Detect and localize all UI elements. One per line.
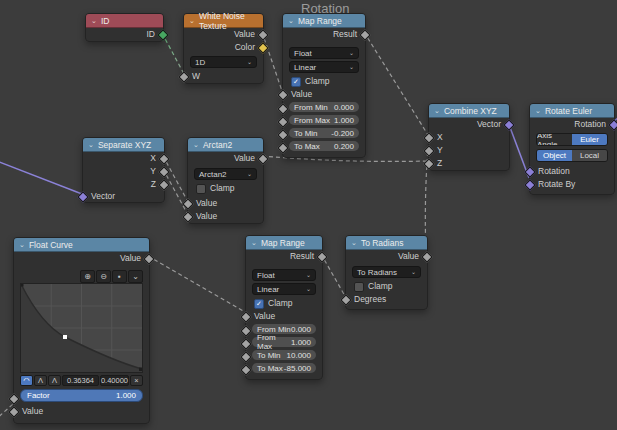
local-button[interactable]: Local (572, 150, 607, 161)
dimensions-dropdown[interactable]: 1D ⌄ (190, 56, 257, 68)
from-max-field[interactable]: From Max 1.000 (289, 115, 359, 125)
from-max-field[interactable]: From Max 1.000 (252, 337, 316, 347)
data-type-dropdown[interactable]: Float ⌄ (252, 269, 316, 281)
node-title: Map Range (298, 16, 342, 26)
object-button[interactable]: Object (537, 150, 572, 161)
to-max-row: To Max -85.000 (246, 363, 322, 375)
to-max-field[interactable]: To Max 0.200 (289, 141, 359, 151)
output-row-y: Y (83, 165, 164, 178)
collapse-icon[interactable]: ⌄ (288, 17, 294, 24)
collapse-icon[interactable]: ⌄ (91, 17, 97, 24)
zoom-out-icon[interactable]: ⊖ (96, 270, 111, 283)
input-row-value2: Value (188, 210, 263, 223)
curve-point-selected[interactable] (63, 335, 67, 339)
operation-dropdown[interactable]: To Radians ⌄ (352, 266, 421, 278)
axis-angle-button[interactable]: Axis Angle (537, 134, 572, 145)
node-arctan2[interactable]: ⌄ Arctan2 Value Arctan2 ⌄ Clamp Value Va… (187, 137, 264, 224)
operation-dropdown[interactable]: Arctan2 ⌄ (194, 168, 257, 180)
from-min-row: From Min 0.000 (283, 102, 365, 114)
node-to-radians[interactable]: ⌄ To Radians Value To Radians ⌄ Clamp De… (345, 235, 428, 310)
input-row-degrees: Degrees (346, 293, 427, 306)
input-row-w: W (184, 70, 263, 83)
euler-button[interactable]: Euler (572, 134, 607, 145)
node-float-curve[interactable]: ⌄ Float Curve Value ⊕ ⊖ ▪ ⌄ ◠ Λ Λ 0.3636… (13, 237, 150, 424)
curve-editor[interactable] (20, 283, 143, 373)
node-float-curve-header[interactable]: ⌄ Float Curve (14, 238, 149, 252)
curve-endpoint-start[interactable] (21, 284, 24, 287)
node-title: Float Curve (29, 240, 73, 250)
handle-vector-icon[interactable]: Λ (34, 375, 47, 386)
curve-toolbar: ⊕ ⊖ ▪ ⌄ (20, 270, 143, 281)
output-row-result: Result (283, 28, 365, 41)
node-white-noise-header[interactable]: ⌄ White Noise Texture (184, 14, 263, 28)
handle-auto-icon[interactable]: Λ (48, 375, 61, 386)
collapse-icon[interactable]: ⌄ (19, 241, 25, 248)
chevron-down-icon: ⌄ (306, 272, 311, 278)
node-title: ID (101, 16, 110, 26)
node-to-radians-header[interactable]: ⌄ To Radians (346, 236, 427, 250)
from-max-row: From Max 1.000 (283, 115, 365, 127)
to-max-field[interactable]: To Max -85.000 (252, 363, 316, 373)
node-white-noise-texture[interactable]: ⌄ White Noise Texture Value Color 1D ⌄ W (183, 13, 264, 84)
wire-maprange-result-to-toradians-degrees (321, 254, 345, 296)
node-combine-xyz[interactable]: ⌄ Combine XYZ Vector X Y Z (428, 103, 510, 171)
input-row-z: Z (429, 157, 509, 170)
node-map-range-rotation[interactable]: ⌄ Map Range Result Float ⌄ Linear ⌄ ✓ Cl… (282, 13, 366, 158)
to-min-field[interactable]: To Min -0.200 (289, 128, 359, 138)
interpolation-dropdown[interactable]: Linear ⌄ (289, 61, 359, 73)
node-rotate-euler-header[interactable]: ⌄ Rotate Euler (530, 104, 614, 118)
chevron-down-icon: ⌄ (411, 269, 416, 275)
clamp-row: Clamp (188, 182, 263, 195)
chevron-down-icon: ⌄ (247, 59, 252, 65)
delete-point-icon[interactable]: × (130, 375, 143, 386)
curve-point-controls: ◠ Λ Λ 0.36364 0.40000 × (20, 375, 143, 386)
node-id[interactable]: ⌄ ID ID (85, 13, 164, 42)
clamp-checkbox[interactable]: ✓ (254, 299, 264, 309)
wire-maprange-result-to-combine-x (364, 32, 428, 135)
collapse-icon[interactable]: ⌄ (88, 141, 94, 148)
socket-rotation-output[interactable] (608, 119, 617, 130)
chevron-down-icon: ⌄ (247, 171, 252, 177)
chevron-down-icon: ⌄ (349, 64, 354, 70)
handle-smooth-icon[interactable]: ◠ (20, 375, 33, 386)
node-id-header[interactable]: ⌄ ID (86, 14, 163, 28)
collapse-icon[interactable]: ⌄ (535, 107, 541, 114)
curve-more-icon[interactable]: ⌄ (128, 270, 143, 283)
curve-options-icon[interactable]: ▪ (112, 270, 127, 283)
clamp-row: ✓ Clamp (246, 297, 322, 310)
collapse-icon[interactable]: ⌄ (193, 141, 199, 148)
clamp-row: Clamp (346, 280, 427, 293)
node-rotate-euler[interactable]: ⌄ Rotate Euler Rotation Axis Angle Euler… (529, 103, 615, 195)
node-map-range-header[interactable]: ⌄ Map Range (283, 14, 365, 28)
collapse-icon[interactable]: ⌄ (189, 17, 195, 24)
wire-whitenoise-value-to-maprange-value (262, 32, 282, 91)
node-combine-xyz-header[interactable]: ⌄ Combine XYZ (429, 104, 509, 118)
collapse-icon[interactable]: ⌄ (251, 239, 257, 246)
to-min-field[interactable]: To Min 10.000 (252, 350, 316, 360)
curve-endpoint-end[interactable] (139, 368, 142, 372)
collapse-icon[interactable]: ⌄ (434, 107, 440, 114)
clamp-checkbox[interactable] (196, 184, 206, 194)
curve-plot (21, 284, 142, 372)
collapse-icon[interactable]: ⌄ (351, 239, 357, 246)
clamp-checkbox[interactable] (354, 282, 364, 292)
zoom-in-icon[interactable]: ⊕ (80, 270, 95, 283)
clamp-checkbox[interactable]: ✓ (291, 77, 301, 87)
node-title: Map Range (261, 238, 305, 248)
node-arctan2-header[interactable]: ⌄ Arctan2 (188, 138, 263, 152)
node-map-range-header[interactable]: ⌄ Map Range (246, 236, 322, 250)
interpolation-dropdown[interactable]: Linear ⌄ (252, 283, 316, 295)
output-row-value: Value (188, 152, 263, 165)
point-y-field[interactable]: 0.40000 (100, 375, 129, 386)
to-max-row: To Max 0.200 (283, 141, 365, 153)
point-x-field[interactable]: 0.36364 (62, 375, 99, 386)
input-row-x: X (429, 131, 509, 144)
node-map-range-tilt[interactable]: ⌄ Map Range Result Float ⌄ Linear ⌄ ✓ Cl… (245, 235, 323, 380)
node-separate-xyz-header[interactable]: ⌄ Separate XYZ (83, 138, 164, 152)
from-min-field[interactable]: From Min 0.000 (289, 102, 359, 112)
data-type-dropdown[interactable]: Float ⌄ (289, 47, 359, 59)
factor-slider[interactable]: Factor 1.000 (20, 389, 143, 402)
output-row-z: Z (83, 178, 164, 191)
node-separate-xyz[interactable]: ⌄ Separate XYZ X Y Z Vector (82, 137, 165, 203)
to-min-row: To Min 10.000 (246, 350, 322, 362)
